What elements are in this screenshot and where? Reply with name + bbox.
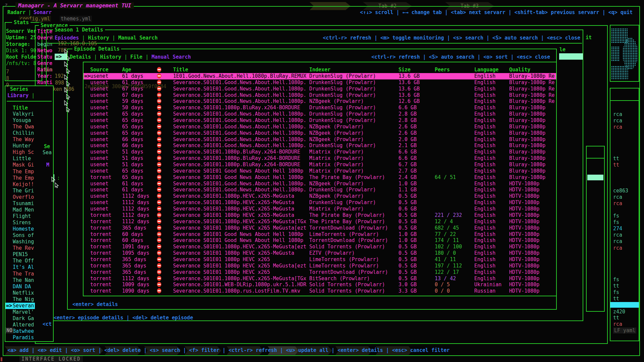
table-row[interactable]: torrent1112 daysSeverance S01E01 1080p H…	[84, 212, 556, 219]
cell-title: Severance.S01E01.1080p.HEVC.x265-MeGusta…	[173, 219, 308, 225]
table-row[interactable]: torrent65 daysSeverance S01E01 Good News…	[84, 174, 556, 181]
series-list-item[interactable]: Netflix	[5, 290, 52, 296]
table-row[interactable]: usenet50 daysSeverance.S01E01.1080p.BluR…	[84, 105, 556, 111]
table-row[interactable]: usenet65 daysSeverance.S01E01.Good.News.…	[84, 124, 556, 130]
table-row[interactable]: usenet65 daysSeverance.S01E01.Good.News.…	[84, 130, 556, 136]
cell-title: Severance.S01E01.Good.News.About.Hell.10…	[173, 124, 308, 130]
series-list-item[interactable]: Mask Gi	[5, 162, 52, 168]
cell-indexer: TorrentDownload (Prowlarr)	[309, 225, 397, 231]
table-row[interactable]: usenet1112 daysSeverance.S01E01.1080p.HE…	[84, 206, 556, 212]
series-item-label: Sons of	[13, 232, 51, 239]
series-list-item[interactable]: The Way	[5, 136, 52, 143]
series-list-item[interactable]: The Emp	[5, 175, 52, 181]
series-list-item[interactable]: Tsunami	[5, 200, 52, 207]
series-list-item[interactable]: The Nan	[5, 277, 52, 284]
cell-source: torrent	[90, 256, 122, 263]
table-row[interactable]: torrent1112 daysSeverance.S01E01.1080p.H…	[84, 276, 556, 282]
series-item-label: PEN15	[13, 251, 51, 258]
series-list-item[interactable]: The Emp	[5, 169, 52, 175]
series-list-item[interactable]: Paradis	[5, 335, 52, 341]
ghost-fragment: 2e3d9b0e 300a67fdb5059f0684	[85, 83, 166, 89]
season-tab-episodes[interactable]: Episodes	[55, 35, 79, 41]
series-list-item[interactable]: Little	[5, 156, 52, 162]
series-list-item[interactable]: The Qwa	[5, 124, 52, 130]
table-row[interactable]: usenet61 daysSeverance.S01E01.Good.News.…	[84, 187, 556, 193]
table-row[interactable]: usenet1112 daysSeverance.S01E01.1080p.HE…	[84, 199, 556, 206]
episode-tab-details[interactable]: Details	[70, 54, 91, 60]
table-row[interactable]: usenet51 daysSeverance.S01E01.1080p.BluR…	[84, 162, 556, 168]
scrollbar-box[interactable]	[586, 146, 605, 312]
episode-tab-history[interactable]: History	[100, 54, 121, 60]
table-row[interactable]: usenet1112 daysSeverance.S01E01.1080p.HE…	[84, 193, 556, 199]
table-row[interactable]: usenet51 daysSeverance.S01E01.1080p.BluR…	[84, 155, 556, 162]
series-list-item[interactable]: Marvel'	[5, 309, 52, 315]
series-list-item[interactable]: Washing	[5, 239, 52, 245]
series-list-item[interactable]: The Off	[5, 258, 52, 264]
tab-radarr[interactable]: Radarr	[7, 9, 25, 15]
series-list-item[interactable]: Homeste	[5, 226, 52, 232]
table-row[interactable]: torrent60 daysSeverance S01E01 Good News…	[84, 237, 556, 244]
series-list-item[interactable]: The Gri	[5, 188, 52, 194]
cell-indexer: NZBgeek (Prowlarr)	[309, 98, 397, 105]
series-list-item[interactable]: Mad Men	[5, 207, 52, 213]
no-entry-icon	[157, 276, 161, 281]
tab-sonarr[interactable]: Sonarr	[34, 9, 52, 15]
cell-title: Severance S01E01 Good News About Hell 10…	[173, 174, 308, 181]
cell-rejected	[157, 288, 164, 294]
cell-source: torrent	[90, 250, 122, 256]
cell-source: usenet	[90, 206, 122, 212]
table-row[interactable]: torrent1112 daysSeverance.S01E01.1080p.H…	[84, 219, 556, 225]
table-row[interactable]: usenet65 daysSeverance.S01E01.Good.News.…	[84, 117, 556, 124]
table-row[interactable]: torrent1090 daysSeverance.S01E01.1080p.r…	[84, 288, 556, 294]
series-list-item[interactable]: The Tra	[5, 271, 52, 277]
season-tab-history[interactable]: History	[88, 35, 109, 41]
table-row[interactable]: usenet65 daysSeverance.S01E01.Good.News.…	[84, 111, 556, 117]
series-list-item[interactable]: Yosuga	[5, 117, 52, 124]
series-list-item[interactable]: Chillin	[5, 130, 52, 136]
table-row[interactable]: torrent365 daysSeverance S01E01 1080p HE…	[84, 269, 556, 276]
series-list-item[interactable]: Valkyri	[5, 111, 52, 117]
series-list-item[interactable]: PEN15	[5, 251, 52, 258]
series-list-item[interactable]: DAN DA	[5, 284, 52, 290]
table-row[interactable]: =>usenet61 days1E01.Good.News.About.Hell…	[84, 73, 556, 79]
cell-source: usenet	[90, 117, 122, 124]
table-row[interactable]: usenet65 daysSeverance S01E01 Good News …	[84, 168, 556, 174]
scrollbar-thumb[interactable]	[587, 175, 603, 180]
series-list-item[interactable]: The Rev	[5, 245, 52, 251]
series-list-item[interactable]: Sons of	[5, 232, 52, 239]
table-row[interactable]: usenet59 daysSeverance.S01E01.Good.News.…	[84, 98, 556, 105]
table-row[interactable]: usenet66 daysSeverance.S01E01.Good.News.…	[84, 136, 556, 143]
season-tab-manual-search[interactable]: Manual Search	[118, 35, 158, 41]
table-row[interactable]: torrent1095 daysSeverance S01E01 1080p H…	[84, 250, 556, 256]
episode-tab-manual-search[interactable]: Manual Search	[152, 54, 191, 60]
cell-size: 0.5 GB	[398, 256, 433, 263]
cell-indexer: TorrentDownload (Prowlarr)	[309, 237, 397, 244]
cell-indexer: Miatrix (Prowlarr)	[309, 168, 397, 174]
table-row[interactable]: torrent1091 daysSeverance.S01E01.1080p.H…	[84, 244, 556, 250]
cell-rejected	[157, 162, 164, 168]
cell-quality: Bluray-1080p Re	[509, 98, 556, 105]
episode-tabs: Details|History|File|Manual Search	[70, 54, 191, 60]
series-list-item[interactable]: Flight	[5, 213, 52, 220]
series-list-item[interactable]: Keijo!!	[5, 181, 52, 188]
table-row[interactable]: torrent365 daysSeverance S01E01 1080p HE…	[84, 263, 556, 269]
table-row[interactable]: torrent365 daysSeverance S01E01 1080p HE…	[84, 256, 556, 263]
series-list-item[interactable]: Overflo	[5, 194, 52, 200]
table-row[interactable]: usenet51 daysSeverance.S01E01.1080p.BluR…	[84, 149, 556, 155]
series-list-item[interactable]: =>Severan	[5, 303, 52, 309]
series-list-item[interactable]: Sirens	[5, 220, 52, 226]
series-list-item[interactable]: It's Al	[5, 264, 52, 270]
table-row[interactable]: torrent1009 daysSeverance.S01E01.WEB-DLR…	[84, 282, 556, 288]
series-list-item[interactable]: The Nig	[5, 296, 52, 303]
table-row[interactable]: usenet67 daysSeverance.S01E01.Good.News.…	[84, 92, 556, 99]
episode-tab-file[interactable]: File	[130, 54, 143, 60]
cell-title: Severance.S01E01.1080p.HEVC.x265-MeGusta	[173, 199, 308, 206]
no-entry-icon	[157, 111, 161, 116]
table-row[interactable]: torrent60 daysSeverance S01E01 Good News…	[84, 231, 556, 238]
cell-age: 1112 days	[122, 199, 156, 206]
table-row[interactable]: usenet61 daysSeverance.S01E01.Good.News.…	[84, 181, 556, 187]
cell-rejected	[157, 269, 164, 276]
table-row[interactable]: torrent365 daysSeverance S01E01 1080p HE…	[84, 225, 556, 231]
cell-size: 0.5 GB	[398, 263, 433, 269]
table-row[interactable]: usenet66 daysSeverance.S01E01.Good.News.…	[84, 142, 556, 149]
